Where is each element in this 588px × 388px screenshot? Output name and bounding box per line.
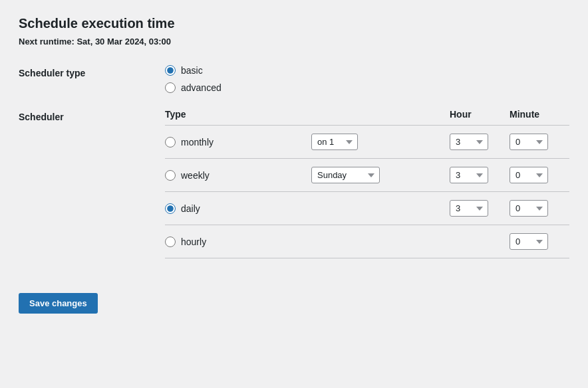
radio-option-advanced[interactable]: advanced <box>165 82 569 93</box>
radio-daily-label: daily <box>181 203 200 214</box>
radio-hourly-label: hourly <box>181 237 206 247</box>
daily-minute-select[interactable]: 051015 3045 <box>510 200 548 217</box>
scheduler-type-options: basic advanced <box>165 65 569 93</box>
weekly-minute-select[interactable]: 051015 3045 <box>510 167 548 183</box>
radio-monthly-label: monthly <box>181 137 214 147</box>
monthly-hour-select[interactable]: 0123 4567 8121823 <box>450 134 488 150</box>
scheduler-type-label: Scheduler type <box>19 65 165 93</box>
next-runtime-value: Sat, 30 Mar 2024, 03:00 <box>76 37 171 47</box>
monthly-minute-cell: 051015 3045 <box>510 134 569 150</box>
row-type-daily[interactable]: daily <box>165 203 311 214</box>
header-minute: Minute <box>510 109 569 120</box>
radio-advanced[interactable] <box>165 82 176 93</box>
page-title: Schedule execution time <box>19 16 569 31</box>
row-type-weekly[interactable]: weekly <box>165 170 311 181</box>
monthly-minute-select[interactable]: 051015 3045 <box>510 134 548 150</box>
monthly-day-select[interactable]: on 1on 2on 3on 4 on 5on 10on 15on 20 on … <box>311 134 358 150</box>
row-type-monthly[interactable]: monthly <box>165 137 311 147</box>
weekly-hour-cell: 0123 4567 8121823 <box>450 167 510 183</box>
scheduler-row-daily: daily 0123 4567 8121823 051015 3045 <box>165 192 569 225</box>
radio-basic[interactable] <box>165 65 176 76</box>
weekly-day-select[interactable]: SundayMondayTuesday WednesdayThursdayFri… <box>311 167 380 183</box>
radio-hourly[interactable] <box>165 237 176 247</box>
scheduler-table: Type Hour Minute monthly on 1on 2on 3on … <box>165 109 569 258</box>
radio-weekly-label: weekly <box>181 170 210 181</box>
scheduler-row-monthly: monthly on 1on 2on 3on 4 on 5on 10on 15o… <box>165 126 569 159</box>
scheduler-content: Type Hour Minute monthly on 1on 2on 3on … <box>165 109 569 258</box>
header-empty <box>311 109 450 120</box>
scheduler-header: Type Hour Minute <box>165 109 569 126</box>
header-hour: Hour <box>450 109 510 120</box>
scheduler-label: Scheduler <box>19 109 165 258</box>
save-button[interactable]: Save changes <box>19 293 98 314</box>
weekly-day-cell: SundayMondayTuesday WednesdayThursdayFri… <box>311 167 450 183</box>
weekly-minute-cell: 051015 3045 <box>510 167 569 183</box>
monthly-hour-cell: 0123 4567 8121823 <box>450 134 510 150</box>
next-runtime-label: Next runtime: <box>19 37 74 47</box>
monthly-day-cell: on 1on 2on 3on 4 on 5on 10on 15on 20 on … <box>311 134 450 150</box>
radio-weekly[interactable] <box>165 170 176 181</box>
daily-hour-cell: 0123 4567 8121823 <box>450 200 510 217</box>
daily-minute-cell: 051015 3045 <box>510 200 569 217</box>
radio-monthly[interactable] <box>165 137 176 147</box>
header-type: Type <box>165 109 311 120</box>
radio-option-basic[interactable]: basic <box>165 65 569 76</box>
daily-hour-select[interactable]: 0123 4567 8121823 <box>450 200 488 217</box>
radio-basic-label[interactable]: basic <box>181 65 203 76</box>
scheduler-type-section: Scheduler type basic advanced <box>19 65 569 93</box>
hourly-minute-cell: 051015 3045 <box>510 233 569 250</box>
next-runtime: Next runtime: Sat, 30 Mar 2024, 03:00 <box>19 37 569 47</box>
hourly-minute-select[interactable]: 051015 3045 <box>510 233 548 250</box>
radio-advanced-label[interactable]: advanced <box>181 82 221 93</box>
scheduler-section: Scheduler Type Hour Minute monthly on 1o… <box>19 109 569 258</box>
radio-daily[interactable] <box>165 203 176 214</box>
row-type-hourly[interactable]: hourly <box>165 237 311 247</box>
scheduler-row-hourly: hourly 051015 3045 <box>165 225 569 258</box>
weekly-hour-select[interactable]: 0123 4567 8121823 <box>450 167 488 183</box>
scheduler-row-weekly: weekly SundayMondayTuesday WednesdayThur… <box>165 159 569 192</box>
